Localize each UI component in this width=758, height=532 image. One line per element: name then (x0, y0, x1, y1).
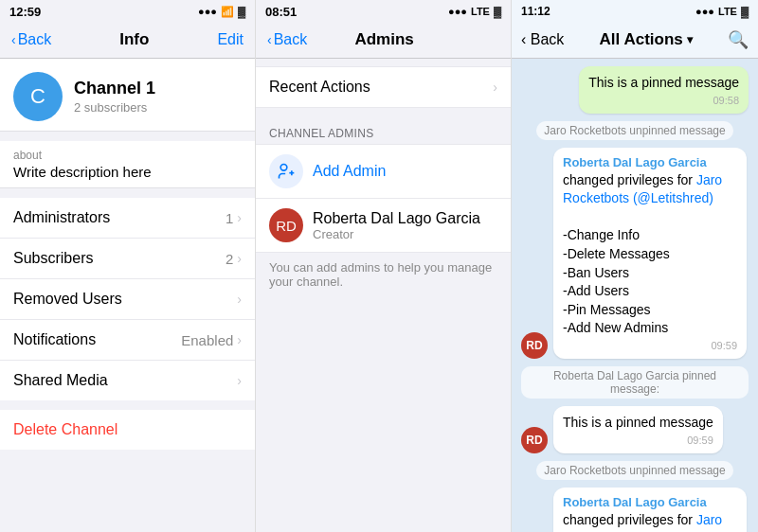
msg-text-1: changed privileges for Jaro Rocketbots (… (563, 171, 737, 338)
mention-1: Jaro Rocketbots (@Letitshred) (563, 172, 722, 206)
msg-avatar-rd-2: RD (521, 427, 548, 453)
msg-priv-2: RD Roberta Dal Lago Garcia changed privi… (521, 488, 749, 532)
admin-info-0: Roberta Dal Lago Garcia Creator (313, 210, 480, 241)
dropdown-icon: ▾ (687, 33, 693, 46)
menu-item-notifications[interactable]: Notifications Enabled › (0, 320, 255, 361)
channel-admins-header: CHANNEL ADMINS (256, 121, 511, 144)
status-bar-2: 08:51 ●●● LTE ▓ (256, 0, 511, 21)
battery-icon-1: ▓ (238, 6, 245, 17)
msg-text-3: changed privileges for Jaro Rocketbots (… (563, 511, 737, 532)
system-msg-2: Roberta Dal Lago Garcia pinned message: (521, 366, 749, 399)
time-1: 12:59 (9, 5, 41, 19)
status-icons-3: ●●● LTE ▓ (695, 6, 749, 17)
msg-priv-1: RD Roberta Dal Lago Garcia changed privi… (521, 148, 749, 359)
menu-list: Administrators 1 › Subscribers 2 › Remov… (0, 198, 255, 400)
channel-avatar: C (13, 72, 63, 121)
back-button-2[interactable]: ‹ Back (267, 31, 307, 48)
chevron-back-3: ‹ (521, 31, 526, 47)
admin-help-text: You can add admins to help you manage yo… (256, 253, 511, 296)
system-msg-3: Jaro Rocketbots unpinned message (536, 461, 732, 480)
add-admin-icon (269, 154, 303, 188)
nav-bar-2: ‹ Back Admins (256, 21, 511, 59)
signal-icon-2: ●●● (448, 6, 467, 17)
back-button-3[interactable]: ‹ Back (521, 31, 564, 48)
add-admin-label: Add Admin (313, 163, 386, 180)
menu-item-shared-media[interactable]: Shared Media › (0, 361, 255, 400)
chevron-administrators: › (237, 210, 242, 225)
panel-admins: 08:51 ●●● LTE ▓ ‹ Back Admins Recent Act… (256, 0, 512, 532)
nav-bar-1: ‹ Back Info Edit (0, 21, 255, 59)
add-admin-row[interactable]: Add Admin (256, 144, 511, 199)
menu-item-administrators[interactable]: Administrators 1 › (0, 198, 255, 239)
svg-point-0 (280, 165, 287, 171)
admin-row-0[interactable]: RD Roberta Dal Lago Garcia Creator (256, 199, 511, 253)
message-pinned: This is a pinned message 09:58 (521, 66, 749, 114)
signal-icon-3: ●●● (695, 6, 714, 17)
msg-pinned-2: RD This is a pinned message 09:59 (521, 406, 749, 453)
about-text: Write description here (13, 164, 242, 180)
delete-channel-button[interactable]: Delete Channel (0, 410, 255, 450)
lte-icon-3: LTE (718, 6, 737, 17)
about-section: about Write description here (0, 141, 255, 188)
msg-sender-1: Roberta Dal Lago Garcia (563, 155, 737, 169)
search-icon[interactable]: 🔍 (728, 29, 749, 50)
nav-title-1: Info (119, 30, 149, 49)
msg-sender-2: Roberta Dal Lago Garcia (563, 495, 737, 509)
battery-icon-2: ▓ (494, 6, 501, 17)
panel-chat: 11:12 ●●● LTE ▓ ‹ Back All Actions ▾ 🔍 T… (512, 0, 758, 532)
msg-avatar-rd-1: RD (521, 332, 548, 359)
chevron-notifications: › (237, 332, 242, 347)
recent-actions-row[interactable]: Recent Actions › (256, 66, 511, 108)
subscribers-count: 2 subscribers (74, 100, 155, 115)
chevron-removed: › (237, 292, 242, 307)
menu-item-removed-users[interactable]: Removed Users › (0, 279, 255, 320)
panel-channel-info: 12:59 ●●● 📶 ▓ ‹ Back Info Edit C Channel… (0, 0, 256, 532)
profile-section: C Channel 1 2 subscribers (0, 59, 255, 132)
recent-actions-label: Recent Actions (269, 79, 370, 96)
back-button-1[interactable]: ‹ Back (11, 31, 51, 48)
admin-section: CHANNEL ADMINS Add Admin RD Roberta Dal … (256, 121, 511, 296)
signal-icon-1: ●●● (198, 6, 217, 17)
battery-icon-3: ▓ (741, 6, 749, 17)
status-bar-3: 11:12 ●●● LTE ▓ (512, 0, 758, 21)
about-label: about (13, 149, 242, 162)
chat-nav-bar: ‹ Back All Actions ▾ 🔍 (512, 21, 758, 59)
system-msg-1: Jaro Rocketbots unpinned message (536, 121, 732, 140)
mention-2: Jaro Rocketbots (@Letitshred) (563, 512, 722, 532)
time-3: 11:12 (521, 5, 550, 18)
profile-info: Channel 1 2 subscribers (74, 79, 155, 115)
menu-item-subscribers[interactable]: Subscribers 2 › (0, 239, 255, 279)
msg-text-2: This is a pinned message (563, 414, 713, 433)
status-icons-2: ●●● LTE ▓ (448, 6, 501, 17)
nav-title-2: Admins (354, 30, 413, 49)
edit-button[interactable]: Edit (217, 31, 244, 48)
status-icons-1: ●●● 📶 ▓ (198, 6, 245, 18)
chevron-shared: › (237, 373, 242, 388)
channel-name: Channel 1 (74, 79, 155, 98)
chevron-recent-actions: › (493, 80, 497, 95)
admin-role-0: Creator (313, 227, 480, 241)
chevron-back-2: ‹ (267, 32, 272, 47)
pinned-msg-text: This is a pinned message (588, 74, 739, 93)
chat-messages: This is a pinned message 09:58 Jaro Rock… (512, 59, 758, 532)
admin-avatar-0: RD (269, 208, 303, 242)
chevron-back-1: ‹ (11, 32, 16, 47)
lte-icon-2: LTE (471, 6, 490, 17)
wifi-icon: 📶 (221, 6, 234, 18)
time-2: 08:51 (265, 5, 297, 19)
chevron-subscribers: › (237, 251, 242, 266)
admin-name-0: Roberta Dal Lago Garcia (313, 210, 480, 227)
chat-nav-title[interactable]: All Actions ▾ (600, 30, 693, 49)
status-bar-1: 12:59 ●●● 📶 ▓ (0, 0, 255, 21)
